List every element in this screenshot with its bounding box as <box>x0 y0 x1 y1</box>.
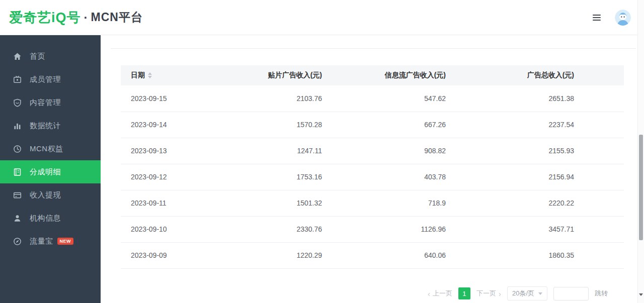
logo-separator: · <box>84 11 88 25</box>
sidebar-item-stats[interactable]: 数据统计 <box>0 114 101 137</box>
column-header-date-label: 日期 <box>131 71 145 80</box>
revenue-table: 日期 贴片广告收入(元) 信息流广告收入(元) 广告总收入(元) 2023-09… <box>121 65 624 269</box>
app-logo: 爱奇艺iQ号 · MCN平台 <box>0 9 143 27</box>
cell-feed-revenue: 1126.96 <box>322 216 446 242</box>
cell-total-revenue: 1860.35 <box>446 242 624 268</box>
cell-total-revenue: 2651.38 <box>446 85 624 112</box>
column-header-total: 广告总收入(元) <box>446 65 624 85</box>
column-header-preroll: 贴片广告收入(元) <box>252 65 322 85</box>
table-row: 2023-09-09 1220.29 640.06 1860.35 <box>121 242 624 268</box>
ledger-icon <box>13 168 22 176</box>
logo-brand-text: 爱奇艺iQ号 <box>9 9 81 27</box>
scrollbar-down-arrow-icon[interactable] <box>639 293 643 296</box>
cell-feed-revenue: 403.78 <box>322 164 446 190</box>
next-arrow-icon: › <box>499 290 501 297</box>
chart-icon <box>13 122 22 130</box>
sort-carets-icon <box>148 72 152 78</box>
table-row: 2023-09-13 1247.11 908.82 2155.93 <box>121 138 624 164</box>
home-icon <box>13 52 22 61</box>
sidebar-item-label: 成员管理 <box>30 75 61 84</box>
sidebar-item-label: 内容管理 <box>30 98 61 108</box>
cell-feed-revenue: 718.9 <box>322 190 446 216</box>
sidebar-item-label: MCN权益 <box>30 144 63 154</box>
cell-preroll-revenue: 1570.28 <box>252 112 322 138</box>
cell-date: 2023-09-14 <box>121 112 252 138</box>
pagination: ‹ 上一页 1 下一页 › 20条/页 跳转 <box>428 286 608 300</box>
sidebar-item-label: 流量宝 <box>30 237 53 246</box>
cell-total-revenue: 2156.94 <box>446 164 624 190</box>
page-size-select[interactable]: 20条/页 <box>507 286 547 300</box>
sidebar-item-label: 分成明细 <box>30 167 61 177</box>
chevron-down-icon <box>538 292 542 295</box>
cell-preroll-revenue: 1220.29 <box>252 242 322 268</box>
logo-product-text: MCN平台 <box>91 10 143 25</box>
cell-preroll-revenue: 2103.76 <box>252 85 322 112</box>
cell-total-revenue: 3457.71 <box>446 216 624 242</box>
sidebar-item-members[interactable]: 成员管理 <box>0 68 101 91</box>
current-page-button[interactable]: 1 <box>458 287 470 299</box>
cell-date: 2023-09-13 <box>121 138 252 164</box>
cell-date: 2023-09-12 <box>121 164 252 190</box>
scrollbar-thumb[interactable] <box>639 135 643 240</box>
cell-preroll-revenue: 1753.16 <box>252 164 322 190</box>
cell-preroll-revenue: 1501.32 <box>252 190 322 216</box>
cell-date: 2023-09-09 <box>121 242 252 268</box>
user-avatar[interactable] <box>615 10 631 26</box>
cell-total-revenue: 2237.54 <box>446 112 624 138</box>
top-header: 爱奇艺iQ号 · MCN平台 <box>0 0 644 35</box>
sidebar-menu: 首页 成员管理 内容管理 数据统计 MCN权益 分成明细 收入提现 机构信息 流… <box>0 45 101 253</box>
cell-feed-revenue: 640.06 <box>322 242 446 268</box>
date-sort-control[interactable]: 日期 <box>131 71 152 80</box>
column-header-feed: 信息流广告收入(元) <box>322 65 446 85</box>
new-badge: NEW <box>57 238 74 245</box>
prev-page-button[interactable]: ‹ 上一页 <box>428 289 452 298</box>
sidebar-item-withdraw[interactable]: 收入提现 <box>0 183 101 207</box>
cell-feed-revenue: 547.62 <box>322 85 446 112</box>
content-divider <box>111 48 636 49</box>
sidebar-nav: 首页 成员管理 内容管理 数据统计 MCN权益 分成明细 收入提现 机构信息 流… <box>0 35 101 303</box>
table-row: 2023-09-14 1570.28 667.26 2237.54 <box>121 112 624 138</box>
sidebar-item-label: 收入提现 <box>30 190 61 200</box>
prev-arrow-icon: ‹ <box>428 290 430 297</box>
table-header-row: 日期 贴片广告收入(元) 信息流广告收入(元) 广告总收入(元) <box>121 65 624 85</box>
cell-feed-revenue: 908.82 <box>322 138 446 164</box>
avatar-icon <box>615 10 631 26</box>
column-header-date: 日期 <box>121 65 252 85</box>
table-row: 2023-09-10 2330.76 1126.96 3457.71 <box>121 216 624 242</box>
card-icon <box>13 191 22 199</box>
table-row: 2023-09-11 1501.32 718.9 2220.22 <box>121 190 624 216</box>
sidebar-item-label: 首页 <box>30 52 45 61</box>
main-content: 日期 贴片广告收入(元) 信息流广告收入(元) 广告总收入(元) 2023-09… <box>101 35 644 303</box>
cell-date: 2023-09-11 <box>121 190 252 216</box>
header-actions <box>593 0 631 35</box>
sidebar-item-content[interactable]: 内容管理 <box>0 91 101 114</box>
clock-icon <box>13 145 22 153</box>
user-icon <box>13 214 22 223</box>
cell-preroll-revenue: 1247.11 <box>252 138 322 164</box>
sidebar-item-home[interactable]: 首页 <box>0 45 101 68</box>
prev-page-label: 上一页 <box>433 289 452 298</box>
sidebar-item-label: 机构信息 <box>30 214 61 223</box>
table-row: 2023-09-12 1753.16 403.78 2156.94 <box>121 164 624 190</box>
shield-icon <box>13 98 22 107</box>
cell-date: 2023-09-15 <box>121 85 252 112</box>
menu-icon[interactable] <box>593 15 601 21</box>
scrollbar-track[interactable] <box>637 0 644 303</box>
table-row: 2023-09-15 2103.76 547.62 2651.38 <box>121 85 624 112</box>
compass-icon <box>13 237 22 246</box>
jump-page-input[interactable] <box>553 287 589 300</box>
sidebar-item-revenue-share[interactable]: 分成明细 <box>0 160 101 183</box>
members-icon <box>13 75 22 84</box>
cell-total-revenue: 2220.22 <box>446 190 624 216</box>
sidebar-item-mcn-rights[interactable]: MCN权益 <box>0 137 101 160</box>
sidebar-item-traffic[interactable]: 流量宝 NEW <box>0 230 101 253</box>
cell-preroll-revenue: 2330.76 <box>252 216 322 242</box>
next-page-button[interactable]: 下一页 › <box>476 289 501 298</box>
cell-total-revenue: 2155.93 <box>446 138 624 164</box>
sidebar-item-label: 数据统计 <box>30 121 61 131</box>
sidebar-item-org-info[interactable]: 机构信息 <box>0 207 101 230</box>
page-size-label: 20条/页 <box>512 289 534 298</box>
cell-feed-revenue: 667.26 <box>322 112 446 138</box>
cell-date: 2023-09-10 <box>121 216 252 242</box>
next-page-label: 下一页 <box>476 289 496 298</box>
